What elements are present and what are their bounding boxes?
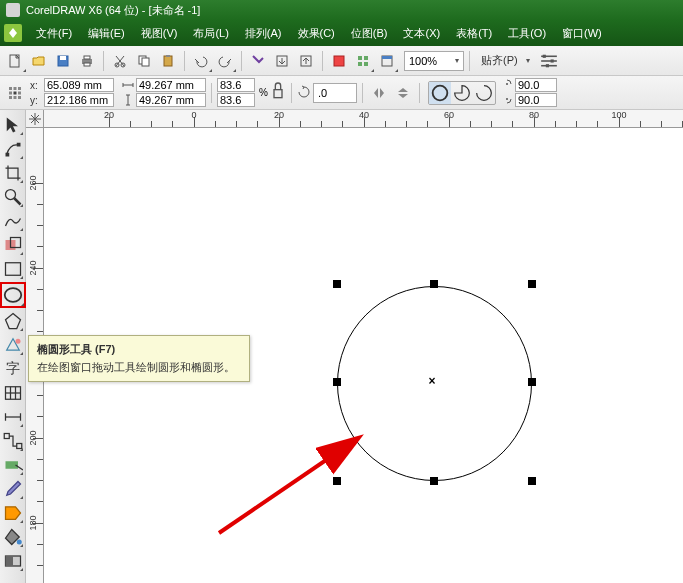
svg-rect-24: [542, 54, 545, 57]
menu-view[interactable]: 视图(V): [133, 22, 186, 45]
selection-handle[interactable]: [528, 378, 536, 386]
cut-button[interactable]: [109, 50, 131, 72]
selection-handle[interactable]: [528, 477, 536, 485]
menu-table[interactable]: 表格(T): [448, 22, 500, 45]
rectangle-tool[interactable]: [2, 258, 24, 280]
x-position-input[interactable]: 65.089 mm: [44, 78, 114, 92]
ruler-origin[interactable]: [26, 110, 44, 128]
search-button[interactable]: [247, 50, 269, 72]
svg-rect-30: [9, 91, 12, 94]
percent-label: %: [259, 87, 268, 98]
width-icon: [122, 79, 134, 91]
ellipse-pie-button[interactable]: [451, 82, 473, 104]
selection-handle[interactable]: [333, 280, 341, 288]
save-button[interactable]: [52, 50, 74, 72]
shape-tool[interactable]: [2, 138, 24, 160]
horizontal-ruler[interactable]: 20020406080100120: [44, 110, 683, 128]
svg-rect-40: [5, 153, 9, 157]
y-position-input[interactable]: 212.186 mm: [44, 93, 114, 107]
menu-window[interactable]: 窗口(W): [554, 22, 610, 45]
export-button[interactable]: [295, 50, 317, 72]
menu-layout[interactable]: 布局(L): [185, 22, 236, 45]
selection-handle[interactable]: [333, 378, 341, 386]
publish-pdf-button[interactable]: [328, 50, 350, 72]
svg-rect-18: [364, 62, 368, 66]
welcome-button[interactable]: [376, 50, 398, 72]
rotation-input[interactable]: .0: [313, 83, 357, 103]
paste-button[interactable]: [157, 50, 179, 72]
y-label: y:: [30, 95, 42, 106]
menu-edit[interactable]: 编辑(E): [80, 22, 133, 45]
freehand-tool[interactable]: [2, 210, 24, 232]
app-icon: [6, 3, 20, 17]
pick-tool[interactable]: [2, 114, 24, 136]
outline-tool[interactable]: [2, 502, 24, 524]
selection-handle[interactable]: [333, 477, 341, 485]
smart-fill-tool[interactable]: [2, 234, 24, 256]
selection-center-marker: ×: [428, 374, 435, 388]
snap-to-dropdown[interactable]: 贴齐(P): [481, 53, 530, 68]
scale-y-input[interactable]: 83.6: [217, 93, 255, 107]
ellipse-full-button[interactable]: [429, 82, 451, 104]
zoom-tool[interactable]: [2, 186, 24, 208]
svg-rect-33: [9, 96, 12, 99]
redo-button[interactable]: [214, 50, 236, 72]
selection-handle[interactable]: [430, 477, 438, 485]
dimension-tool[interactable]: [2, 406, 24, 428]
svg-rect-56: [4, 434, 9, 439]
open-button[interactable]: [28, 50, 50, 72]
menu-effects[interactable]: 效果(C): [290, 22, 343, 45]
height-icon: [122, 94, 134, 106]
menu-arrange[interactable]: 排列(A): [237, 22, 290, 45]
app-title: CorelDRAW X6 (64 位) - [未命名 -1]: [26, 3, 200, 18]
svg-point-47: [4, 288, 21, 302]
print-button[interactable]: [76, 50, 98, 72]
copy-button[interactable]: [133, 50, 155, 72]
height-input[interactable]: 49.267 mm: [136, 93, 206, 107]
app-launcher-button[interactable]: [352, 50, 374, 72]
coreldraw-logo-icon: [4, 24, 22, 42]
interactive-tool[interactable]: [2, 454, 24, 476]
mirror-vertical-button[interactable]: [392, 82, 414, 104]
connector-tool[interactable]: [2, 430, 24, 452]
selection-handle[interactable]: [528, 280, 536, 288]
scale-x-input[interactable]: 83.6: [217, 78, 255, 92]
mirror-horizontal-button[interactable]: [368, 82, 390, 104]
menu-file[interactable]: 文件(F): [28, 22, 80, 45]
import-button[interactable]: [271, 50, 293, 72]
basic-shapes-tool[interactable]: [2, 334, 24, 356]
tooltip-title: 椭圆形工具 (F7): [37, 342, 241, 357]
svg-rect-26: [546, 64, 549, 67]
menu-tools[interactable]: 工具(O): [500, 22, 554, 45]
eyedropper-tool[interactable]: [2, 478, 24, 500]
selection-handle[interactable]: [430, 280, 438, 288]
lock-ratio-button[interactable]: [270, 79, 286, 107]
svg-rect-35: [18, 96, 21, 99]
ellipse-tool[interactable]: [0, 282, 26, 308]
crop-tool[interactable]: [2, 162, 24, 184]
svg-rect-28: [14, 87, 17, 90]
menu-text[interactable]: 文本(X): [395, 22, 448, 45]
interactive-fill-tool[interactable]: [2, 550, 24, 572]
width-input[interactable]: 49.267 mm: [136, 78, 206, 92]
ellipse-tool-tooltip: 椭圆形工具 (F7) 在绘图窗口拖动工具绘制圆形和椭圆形。: [28, 335, 250, 382]
polygon-tool[interactable]: [2, 310, 24, 332]
svg-rect-16: [364, 56, 368, 60]
new-button[interactable]: [4, 50, 26, 72]
svg-rect-25: [550, 59, 553, 62]
menu-bitmaps[interactable]: 位图(B): [343, 22, 396, 45]
zoom-level-input[interactable]: 100%: [404, 51, 464, 71]
end-angle-input[interactable]: 90.0: [515, 93, 557, 107]
options-button[interactable]: [538, 50, 560, 72]
ellipse-arc-button[interactable]: [473, 82, 495, 104]
text-tool[interactable]: 字: [2, 358, 24, 380]
svg-point-39: [506, 98, 508, 100]
svg-rect-14: [334, 56, 344, 66]
svg-rect-27: [9, 87, 12, 90]
start-angle-input[interactable]: 90.0: [515, 78, 557, 92]
undo-button[interactable]: [190, 50, 212, 72]
table-tool[interactable]: [2, 382, 24, 404]
tooltip-description: 在绘图窗口拖动工具绘制圆形和椭圆形。: [37, 360, 241, 375]
fill-tool[interactable]: [2, 526, 24, 548]
preset-position-button[interactable]: [4, 82, 26, 104]
